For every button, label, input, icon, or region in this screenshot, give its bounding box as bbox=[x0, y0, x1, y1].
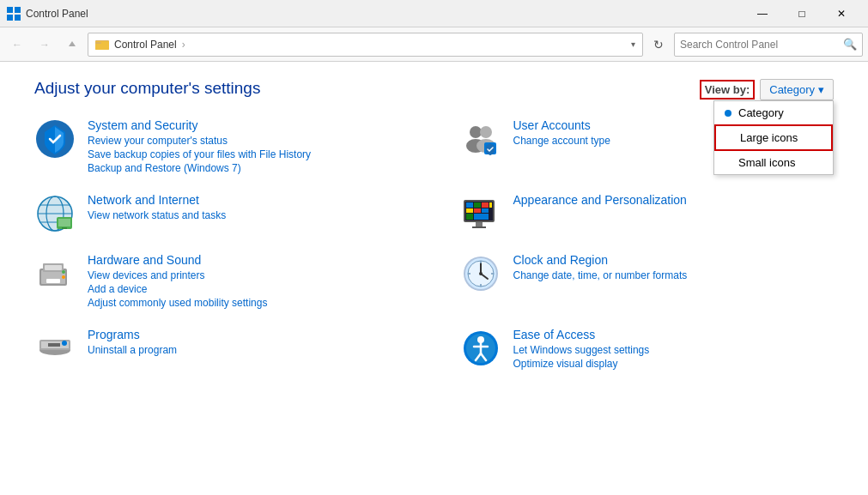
cat-link[interactable]: Adjust commonly used mobility settings bbox=[88, 297, 267, 309]
address-bar: ← → Control Panel › ▾ ↻ 🔍 bbox=[0, 27, 868, 62]
cat-link[interactable]: Optimize visual display bbox=[513, 358, 650, 370]
dropdown-item-category[interactable]: Category bbox=[714, 101, 833, 124]
category-network-internet: Network and Internet View network status… bbox=[34, 193, 409, 234]
view-by-menu: Category Large icons Small icons bbox=[713, 100, 834, 175]
forward-button[interactable]: → bbox=[33, 33, 57, 57]
programs-links: Uninstall a program bbox=[88, 344, 177, 356]
programs-content: Programs Uninstall a program bbox=[88, 328, 177, 356]
svg-rect-30 bbox=[482, 208, 489, 213]
svg-rect-25 bbox=[474, 202, 481, 208]
address-separator: › bbox=[182, 39, 185, 51]
svg-rect-29 bbox=[474, 208, 481, 213]
close-button[interactable]: ✕ bbox=[822, 0, 861, 27]
system-security-content: System and Security Review your computer… bbox=[88, 118, 311, 174]
cat-link[interactable]: Change account type bbox=[513, 135, 610, 147]
programs-title[interactable]: Programs bbox=[88, 328, 177, 341]
refresh-button[interactable]: ↻ bbox=[646, 33, 671, 57]
svg-rect-39 bbox=[46, 279, 60, 283]
cat-link[interactable]: View network status and tasks bbox=[88, 209, 226, 221]
svg-rect-3 bbox=[15, 15, 21, 21]
chevron-down-icon: ▾ bbox=[818, 83, 824, 96]
svg-rect-34 bbox=[472, 226, 486, 228]
svg-rect-6 bbox=[95, 42, 101, 44]
cat-link[interactable]: Save backup copies of your files with Fi… bbox=[88, 148, 311, 160]
svg-rect-20 bbox=[58, 219, 70, 226]
view-by-dropdown[interactable]: Category ▾ Category Large icons Small ic… bbox=[760, 79, 834, 100]
cat-link[interactable]: Backup and Restore (Windows 7) bbox=[88, 162, 311, 174]
category-hardware-sound: Hardware and Sound View devices and prin… bbox=[34, 253, 409, 309]
svg-point-10 bbox=[480, 126, 492, 138]
svg-rect-27 bbox=[489, 202, 492, 208]
dropdown-item-large-icons[interactable]: Large icons bbox=[714, 124, 833, 151]
view-by-label: View by: bbox=[700, 80, 756, 100]
hardware-sound-title[interactable]: Hardware and Sound bbox=[88, 253, 267, 267]
system-security-links: Review your computer's status Save backu… bbox=[88, 135, 311, 174]
network-internet-links: View network status and tasks bbox=[88, 209, 226, 221]
svg-rect-55 bbox=[48, 343, 60, 347]
search-input[interactable] bbox=[680, 39, 840, 51]
cat-link[interactable]: Uninstall a program bbox=[88, 344, 177, 356]
search-icon[interactable]: 🔍 bbox=[843, 38, 857, 51]
minimize-button[interactable]: — bbox=[743, 0, 782, 27]
clock-region-title[interactable]: Clock and Region bbox=[513, 253, 688, 267]
user-accounts-content: User Accounts Change account type bbox=[513, 118, 610, 147]
hardware-sound-icon bbox=[34, 253, 76, 294]
address-dropdown-arrow[interactable]: ▾ bbox=[631, 39, 635, 49]
up-button[interactable] bbox=[60, 33, 84, 57]
network-internet-icon bbox=[34, 193, 76, 234]
maximize-button[interactable]: □ bbox=[782, 0, 822, 27]
cat-link[interactable]: Change date, time, or number formats bbox=[513, 269, 688, 281]
cat-link[interactable]: Review your computer's status bbox=[88, 135, 311, 147]
clock-region-content: Clock and Region Change date, time, or n… bbox=[513, 253, 688, 281]
clock-region-icon bbox=[460, 253, 501, 294]
window-controls: — □ ✕ bbox=[743, 0, 861, 27]
hardware-sound-content: Hardware and Sound View devices and prin… bbox=[88, 253, 267, 309]
radio-selected-icon bbox=[725, 110, 731, 117]
appearance-title[interactable]: Appearance and Personalization bbox=[513, 193, 687, 207]
svg-rect-2 bbox=[7, 15, 13, 21]
ease-of-access-content: Ease of Access Let Windows suggest setti… bbox=[513, 328, 650, 370]
back-button[interactable]: ← bbox=[5, 33, 29, 57]
category-system-security: System and Security Review your computer… bbox=[34, 118, 409, 174]
svg-point-8 bbox=[470, 126, 482, 138]
user-accounts-icon bbox=[460, 118, 501, 160]
svg-rect-26 bbox=[482, 202, 489, 208]
svg-rect-1 bbox=[15, 7, 21, 13]
address-field: Control Panel › ▾ bbox=[88, 33, 643, 57]
ease-of-access-icon bbox=[460, 328, 501, 369]
dropdown-item-label: Large icons bbox=[740, 131, 798, 144]
view-by-current: Category bbox=[769, 83, 815, 96]
main-content: Adjust your computer's settings View by:… bbox=[0, 62, 868, 406]
user-accounts-title[interactable]: User Accounts bbox=[513, 118, 610, 132]
svg-point-41 bbox=[62, 275, 65, 279]
svg-rect-32 bbox=[474, 214, 489, 220]
system-security-icon bbox=[34, 118, 76, 160]
svg-rect-31 bbox=[466, 214, 473, 220]
svg-rect-21 bbox=[62, 227, 67, 229]
svg-point-47 bbox=[479, 272, 483, 275]
dropdown-item-label: Small icons bbox=[738, 156, 795, 169]
user-accounts-links: Change account type bbox=[513, 135, 610, 147]
svg-rect-0 bbox=[7, 7, 13, 13]
svg-rect-24 bbox=[466, 202, 473, 208]
view-by-button[interactable]: Category ▾ bbox=[760, 79, 834, 100]
system-security-title[interactable]: System and Security bbox=[88, 118, 311, 132]
search-box: 🔍 bbox=[674, 33, 863, 57]
cat-link[interactable]: Add a device bbox=[88, 283, 267, 295]
svg-point-56 bbox=[62, 341, 67, 346]
ease-of-access-title[interactable]: Ease of Access bbox=[513, 328, 650, 341]
clock-region-links: Change date, time, or number formats bbox=[513, 269, 688, 281]
svg-rect-38 bbox=[45, 265, 62, 270]
network-internet-title[interactable]: Network and Internet bbox=[88, 193, 226, 207]
title-bar: Control Panel — □ ✕ bbox=[0, 0, 868, 27]
folder-icon bbox=[95, 38, 109, 51]
category-programs: Programs Uninstall a program bbox=[34, 328, 409, 370]
network-internet-content: Network and Internet View network status… bbox=[88, 193, 226, 221]
dropdown-item-small-icons[interactable]: Small icons bbox=[714, 151, 833, 174]
svg-rect-28 bbox=[466, 208, 473, 213]
cat-link[interactable]: Let Windows suggest settings bbox=[513, 344, 650, 356]
appearance-icon bbox=[460, 193, 501, 234]
cat-link[interactable]: View devices and printers bbox=[88, 269, 267, 281]
category-clock-region: Clock and Region Change date, time, or n… bbox=[460, 253, 835, 309]
address-text: Control Panel bbox=[114, 39, 177, 51]
